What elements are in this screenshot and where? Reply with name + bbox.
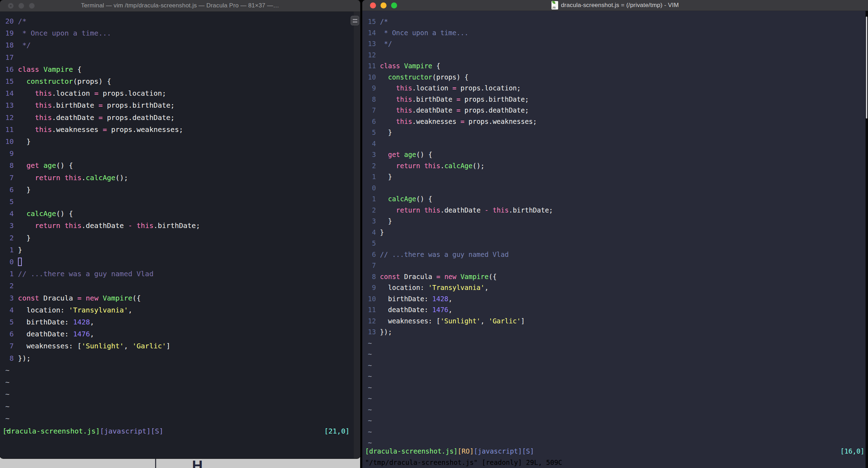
code-token-fg bbox=[18, 221, 35, 230]
code-token-comment: // ...there was a guy named Vlad bbox=[18, 270, 153, 278]
close-button[interactable] bbox=[370, 2, 376, 8]
vim-status-block-right: [dracula-screenshot.js][RO][javascript][… bbox=[362, 446, 868, 468]
statusline-segment: [RO] bbox=[458, 447, 474, 455]
close-button[interactable] bbox=[8, 3, 14, 9]
code-token-fg: .deathDate bbox=[440, 206, 485, 214]
code-token-fg: props.location; bbox=[457, 84, 521, 92]
code-token-fg: , bbox=[90, 318, 94, 326]
line-number: 8 bbox=[5, 352, 14, 364]
code-token-pink: this bbox=[424, 162, 440, 170]
empty-line-tilde: ~ bbox=[368, 360, 865, 371]
statusline-segment: [dracula-screenshot.js] bbox=[2, 427, 100, 435]
code-token-pink: = bbox=[98, 101, 103, 109]
code-token-fg: deathDate: bbox=[380, 306, 432, 314]
macvim-window: JS dracula-screenshot.js = (/private/tmp… bbox=[362, 0, 868, 468]
macvim-scrollbar-thumb[interactable] bbox=[866, 17, 867, 119]
code-line: 3 const Dracula = new Vampire({ bbox=[5, 292, 354, 304]
split-pane-button[interactable] bbox=[351, 16, 359, 25]
code-token-fg: } bbox=[380, 173, 392, 181]
code-token-fg bbox=[18, 89, 35, 97]
code-line: 18 */ bbox=[5, 39, 354, 51]
terminal-titlebar[interactable]: Terminal — vim /tmp/dracula-screenshot.j… bbox=[0, 0, 360, 12]
code-token-green: calcAge bbox=[26, 209, 56, 218]
code-token-fg bbox=[18, 173, 35, 182]
line-number: 12 bbox=[5, 112, 14, 124]
code-token-fg: props.birthDate; bbox=[460, 95, 529, 103]
code-line: 13 }); bbox=[368, 327, 865, 338]
minimize-button[interactable] bbox=[381, 2, 387, 8]
code-token-fg: . bbox=[82, 173, 86, 182]
code-line: 5 birthDate: 1428, bbox=[5, 316, 354, 328]
line-number: 5 bbox=[5, 196, 14, 208]
macvim-scrollbar-track[interactable] bbox=[866, 11, 868, 468]
code-line: 1 calcAge() { bbox=[368, 194, 865, 205]
code-token-fg: ({ bbox=[489, 273, 497, 280]
code-token-pink: - bbox=[485, 206, 489, 214]
code-token-yellow: 'Garlic' bbox=[489, 317, 521, 325]
line-number: 10 bbox=[368, 72, 376, 83]
code-token-pink: this bbox=[65, 221, 82, 230]
code-token-fg: ({ bbox=[132, 294, 141, 302]
code-line: 9 this.location = props.location; bbox=[368, 83, 865, 94]
code-token-fg: .deathDate bbox=[82, 221, 128, 230]
code-token-fg bbox=[420, 162, 424, 170]
zoom-button[interactable] bbox=[391, 2, 397, 8]
empty-line-tilde: ~ bbox=[368, 404, 865, 416]
code-token-fg bbox=[380, 195, 388, 203]
zoom-button[interactable] bbox=[29, 3, 35, 9]
code-token-fg: } bbox=[380, 228, 384, 236]
code-token-green: age bbox=[404, 151, 416, 158]
line-number: 8 bbox=[368, 94, 376, 105]
code-token-pink: new bbox=[86, 294, 98, 302]
line-number: 8 bbox=[368, 271, 376, 283]
code-token-fg: } bbox=[380, 128, 392, 136]
code-token-pink: return bbox=[35, 221, 60, 230]
traffic-lights bbox=[8, 0, 35, 11]
line-number: 4 bbox=[368, 138, 376, 150]
code-line: 2 } bbox=[5, 232, 354, 244]
line-number: 5 bbox=[368, 127, 376, 138]
code-token-fg: weaknesses: [ bbox=[380, 317, 440, 325]
line-number: 2 bbox=[368, 205, 376, 216]
code-token-fg: .birthDate; bbox=[153, 221, 200, 230]
split-pane-icon bbox=[353, 21, 357, 23]
code-token-fg: (); bbox=[472, 162, 484, 170]
code-token-purple: 1428 bbox=[432, 295, 448, 303]
code-token-green: constructor bbox=[26, 77, 73, 86]
empty-line-tilde: ~ bbox=[368, 393, 865, 404]
code-token-pink: return bbox=[396, 162, 420, 170]
code-token-pink: = bbox=[452, 84, 456, 92]
code-line: 5 bbox=[5, 196, 354, 208]
line-number: 6 bbox=[5, 184, 14, 196]
line-number: 2 bbox=[368, 160, 376, 172]
empty-line-tilde: ~ bbox=[368, 338, 865, 349]
vim-statusline-right: [dracula-screenshot.js][RO][javascript][… bbox=[362, 446, 868, 457]
code-line: 4 } bbox=[368, 227, 865, 238]
macvim-titlebar[interactable]: JS dracula-screenshot.js = (/private/tmp… bbox=[362, 0, 868, 11]
code-token-comment: */ bbox=[380, 40, 392, 48]
vim-editor-area-left[interactable]: 20 /*19 * Once upon a time...18 */17 16 … bbox=[0, 12, 354, 458]
code-token-fg: , bbox=[128, 306, 132, 314]
code-token-fg bbox=[98, 294, 103, 302]
code-token-pink: this bbox=[35, 89, 52, 97]
code-token-fg: Dracula bbox=[39, 294, 77, 302]
line-number: 19 bbox=[5, 27, 14, 39]
code-token-pink: = bbox=[436, 273, 440, 280]
code-token-fg bbox=[18, 77, 26, 86]
statusline-segment: [javascript][S] bbox=[100, 427, 164, 435]
empty-line-tilde: ~ bbox=[368, 426, 865, 438]
line-number: 6 bbox=[368, 249, 376, 260]
minimize-button[interactable] bbox=[18, 3, 24, 9]
code-token-pink: this bbox=[396, 118, 412, 125]
js-document-icon: JS bbox=[551, 1, 558, 10]
vim-editor-area-right[interactable]: 15 /*14 * Once upon a time...13 */12 11 … bbox=[362, 11, 865, 468]
code-line: 7 weaknesses: ['Sunlight', 'Garlic'] bbox=[5, 340, 354, 352]
code-line: 17 bbox=[5, 51, 354, 63]
code-line: 1 // ...there was a guy named Vlad bbox=[5, 268, 354, 280]
code-token-pink: return bbox=[35, 173, 60, 182]
terminal-scrollbar[interactable] bbox=[354, 12, 360, 458]
code-line: 16 class Vampire { bbox=[5, 63, 354, 75]
code-token-fg: , bbox=[480, 317, 489, 325]
code-line: 15 /* bbox=[368, 16, 865, 27]
code-token-comment: */ bbox=[18, 41, 31, 49]
